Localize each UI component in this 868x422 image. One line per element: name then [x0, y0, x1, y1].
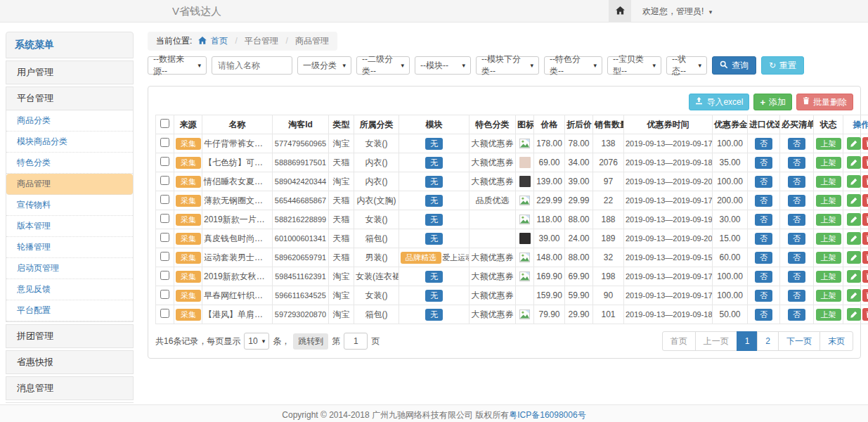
- feature-cell: 大额优惠券: [469, 305, 516, 324]
- sidebar-subitem-splash-manage[interactable]: 启动页管理: [6, 258, 133, 279]
- home-icon: [616, 6, 625, 17]
- discount-price-cell: 34.00: [565, 153, 593, 172]
- filter-select-level1-category[interactable]: 一级分类▾: [297, 56, 351, 75]
- delete-button[interactable]: [862, 137, 868, 150]
- add-button[interactable]: + 添加: [753, 94, 792, 110]
- batch-delete-label: 批量删除: [813, 96, 847, 108]
- must-buy-cell: 否: [780, 191, 814, 210]
- sidebar-subitem-feedback[interactable]: 意见反馈: [6, 279, 133, 300]
- operations-cell: [843, 267, 868, 286]
- sidebar-subitem-version-manage[interactable]: 版本管理: [6, 216, 133, 237]
- icp-link[interactable]: 粤ICP备16098006号: [509, 410, 585, 420]
- edit-button[interactable]: [847, 232, 861, 245]
- row-checkbox[interactable]: [160, 138, 169, 147]
- price-cell: 169.90: [534, 267, 565, 286]
- page-number-input[interactable]: [344, 333, 368, 350]
- delete-button[interactable]: [862, 308, 868, 321]
- row-checkbox[interactable]: [160, 157, 169, 166]
- filter-select-data-source[interactable]: --数据来源--▾: [148, 56, 207, 75]
- sidebar-item-group-buy-manage[interactable]: 拼团管理: [6, 324, 134, 348]
- row-checkbox[interactable]: [160, 252, 169, 261]
- caret-down-icon: ▾: [401, 62, 404, 69]
- per-page-select[interactable]: 10 ▾: [244, 333, 269, 350]
- sidebar-item-message-manage[interactable]: 消息管理: [6, 376, 134, 400]
- pagination-last[interactable]: 末页: [820, 331, 853, 351]
- row-checkbox[interactable]: [160, 176, 169, 185]
- delete-button[interactable]: [862, 251, 868, 264]
- sidebar-subitem-module-goods-category[interactable]: 模块商品分类: [6, 132, 133, 153]
- delete-button[interactable]: [862, 213, 868, 226]
- batch-delete-button[interactable]: 批量删除: [796, 94, 853, 110]
- must-buy-badge: 否: [788, 195, 805, 207]
- edit-button[interactable]: [847, 175, 861, 188]
- row-checkbox[interactable]: [160, 290, 169, 299]
- filter-select-level2-category[interactable]: --二级分类--▾: [356, 56, 410, 75]
- feature-cell: [469, 210, 516, 229]
- sidebar-subitem-carousel-manage[interactable]: 轮播管理: [6, 237, 133, 258]
- column-header-13: 进口优选: [748, 115, 780, 134]
- import-optimal-cell: 否: [748, 267, 780, 286]
- select-all-checkbox[interactable]: [160, 119, 169, 128]
- delete-button[interactable]: [862, 194, 868, 207]
- sidebar-item-user-manage[interactable]: 用户管理: [6, 60, 134, 84]
- edit-button[interactable]: [847, 308, 861, 321]
- jump-button[interactable]: 跳转到: [293, 333, 328, 350]
- row-checkbox[interactable]: [160, 309, 169, 318]
- sidebar-subitem-feature-category[interactable]: 特色分类: [6, 153, 133, 174]
- welcome-user-menu[interactable]: 欢迎您，管理员! ▾: [642, 6, 712, 18]
- column-header-2: 淘客Id: [273, 115, 329, 134]
- sidebar-subitem-goods-category[interactable]: 商品分类: [6, 110, 133, 132]
- filter-select-item-type[interactable]: --宝贝类型--▾: [607, 56, 661, 75]
- caret-down-icon: ▾: [342, 62, 346, 69]
- price-cell: 69.00: [534, 153, 565, 172]
- must-buy-badge: 否: [788, 290, 805, 302]
- home-button[interactable]: [609, 0, 631, 23]
- coupon-time-cell: 2019-09-13—2019-09-15: [624, 248, 713, 267]
- edit-button[interactable]: [847, 194, 861, 207]
- sidebar-subitem-goods-manage[interactable]: 商品管理: [6, 174, 133, 195]
- sidebar-subitem-promo-material[interactable]: 宣传物料: [6, 195, 133, 216]
- delete-button[interactable]: [862, 270, 868, 283]
- sidebar-item-saving-express[interactable]: 省惠快报: [6, 350, 134, 374]
- row-checkbox[interactable]: [160, 271, 169, 280]
- caret-down-icon: ▾: [593, 62, 597, 69]
- import-optimal-badge: 否: [755, 271, 772, 283]
- discount-price-cell: 39.00: [565, 172, 593, 191]
- table-row-4: 采集薄款无钢圈文胸聚拢性...565446685867天猫内衣(文胸)无品质优选…: [156, 191, 868, 210]
- row-checkbox[interactable]: [160, 214, 169, 223]
- filter-select-module-subcategory[interactable]: --模块下分类--▾: [476, 56, 539, 75]
- import-optimal-badge: 否: [755, 138, 772, 150]
- row-checkbox[interactable]: [160, 195, 169, 204]
- pagination-first[interactable]: 首页: [662, 331, 696, 351]
- status-badge: 上架: [816, 271, 841, 283]
- filter-select-module[interactable]: --模块--▾: [415, 56, 471, 75]
- edit-button[interactable]: [847, 289, 861, 302]
- edit-button[interactable]: [847, 270, 861, 283]
- edit-button[interactable]: [847, 156, 861, 169]
- row-checkbox[interactable]: [160, 233, 169, 242]
- sidebar-item-platform-manage[interactable]: 平台管理: [6, 87, 134, 110]
- feature-cell: 大额优惠券: [469, 172, 516, 191]
- delete-button[interactable]: [862, 156, 868, 169]
- reset-button[interactable]: ↻ 重置: [761, 56, 804, 75]
- pagination-next[interactable]: 下一页: [778, 331, 820, 351]
- pagination-prev[interactable]: 上一页: [695, 331, 737, 351]
- delete-button[interactable]: [862, 175, 868, 188]
- pagination-1[interactable]: 1: [737, 331, 758, 351]
- sidebar-item-order-manage[interactable]: 订单管理: [6, 402, 134, 403]
- pagination-2[interactable]: 2: [757, 331, 779, 351]
- icon-cell: [516, 267, 534, 286]
- import-excel-button[interactable]: 导入excel: [689, 94, 749, 110]
- breadcrumb-home-link[interactable]: 首页: [211, 36, 228, 46]
- edit-button[interactable]: [847, 213, 861, 226]
- edit-button[interactable]: [847, 251, 861, 264]
- delete-button[interactable]: [862, 232, 868, 245]
- filter-select-status[interactable]: --状态--▾: [666, 56, 707, 75]
- filter-select-feature-category[interactable]: --特色分类--▾: [544, 56, 602, 75]
- sidebar-subitem-platform-config[interactable]: 平台配置: [6, 300, 133, 321]
- source-badge: 采集: [176, 214, 201, 226]
- goods-name-input[interactable]: [212, 56, 292, 75]
- edit-button[interactable]: [847, 137, 861, 150]
- delete-button[interactable]: [862, 289, 868, 302]
- search-button[interactable]: 查询: [712, 56, 756, 75]
